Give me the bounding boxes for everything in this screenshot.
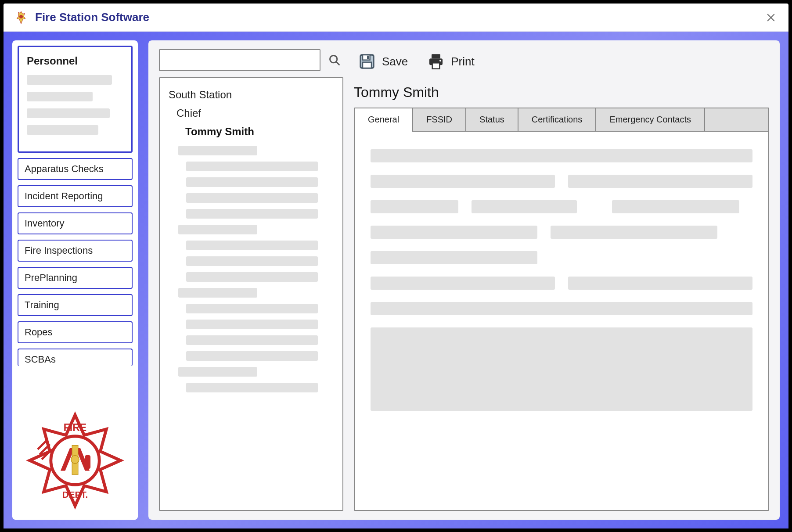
nav-item-training[interactable]: Training — [18, 294, 133, 316]
nav-item-label: PrePlanning — [25, 272, 126, 284]
tree-item[interactable] — [186, 272, 334, 282]
app-title: Fire Station Software — [35, 11, 149, 24]
tree-item[interactable] — [186, 209, 334, 219]
svg-rect-10 — [363, 62, 371, 68]
tree-person-selected[interactable]: Tommy Smith — [185, 126, 334, 138]
print-icon — [427, 53, 445, 70]
placeholder — [27, 108, 110, 118]
tree-item[interactable] — [186, 383, 334, 392]
nav-item-apparatus-checks[interactable]: Apparatus Checks — [18, 158, 133, 180]
svg-rect-8 — [363, 55, 370, 60]
nav-item-ropes[interactable]: Ropes — [18, 321, 133, 343]
field-placeholder — [371, 149, 752, 162]
save-button[interactable]: Save — [358, 53, 408, 70]
svg-point-0 — [19, 15, 23, 18]
tab-status[interactable]: Status — [466, 108, 518, 131]
search-row — [159, 49, 343, 71]
field-placeholder — [371, 200, 458, 213]
nav-item-incident-reporting[interactable]: Incident Reporting — [18, 185, 133, 207]
search-input[interactable] — [159, 49, 320, 71]
nav-item-label: Incident Reporting — [25, 191, 126, 202]
tree-item[interactable] — [186, 241, 334, 250]
nav-item-personnel[interactable]: Personnel — [18, 46, 133, 153]
nav-item-label: Inventory — [25, 218, 126, 229]
app-logo-icon — [14, 11, 28, 25]
nav-item-label: Fire Inspections — [25, 245, 126, 256]
nav-item-label: Ropes — [25, 327, 126, 338]
detail-panel: General FSSID Status Certifications Emer… — [354, 108, 769, 511]
action-bar: Save Print — [354, 49, 769, 74]
svg-point-4 — [71, 456, 79, 464]
field-placeholder — [551, 226, 717, 239]
tree-item[interactable] — [186, 162, 334, 171]
field-placeholder — [371, 175, 555, 188]
field-placeholder — [371, 226, 537, 239]
print-button[interactable]: Print — [427, 53, 474, 70]
nav-item-fire-inspections[interactable]: Fire Inspections — [18, 240, 133, 262]
print-label: Print — [451, 55, 474, 68]
tree-item[interactable] — [186, 193, 334, 203]
detail-tabs: General FSSID Status Certifications Emer… — [355, 108, 768, 132]
svg-rect-11 — [432, 54, 440, 58]
fire-dept-badge-icon: FIRE DEPT. — [25, 410, 126, 511]
tree-group[interactable] — [178, 146, 334, 155]
nav-item-inventory[interactable]: Inventory — [18, 212, 133, 234]
tab-content-general — [355, 132, 768, 510]
svg-rect-13 — [432, 63, 440, 68]
placeholder — [27, 92, 93, 101]
nav-item-label: SCBAs — [25, 354, 126, 365]
sidebar-nav: Personnel Apparatus Checks Incident Repo… — [12, 40, 138, 401]
detail-column: Save Print Tommy Smith — [354, 49, 769, 511]
svg-point-14 — [439, 60, 441, 61]
personnel-tree: South Station Chief Tommy Smith — [159, 77, 343, 511]
svg-rect-5 — [85, 456, 90, 469]
placeholder — [27, 125, 98, 135]
placeholder — [27, 75, 112, 85]
main-panel: South Station Chief Tommy Smith — [148, 40, 780, 520]
content-area: Personnel Apparatus Checks Incident Repo… — [4, 32, 788, 528]
svg-rect-9 — [367, 56, 369, 59]
tree-item[interactable] — [186, 320, 334, 329]
dept-logo-area: FIRE DEPT. — [12, 401, 138, 520]
close-button[interactable] — [764, 11, 778, 25]
tree-item[interactable] — [186, 351, 334, 361]
svg-text:FIRE: FIRE — [64, 422, 86, 433]
nav-item-scbas[interactable]: SCBAs — [18, 349, 133, 366]
tree-item[interactable] — [186, 256, 334, 266]
nav-item-label: Training — [25, 299, 126, 311]
save-label: Save — [382, 55, 408, 68]
search-icon — [328, 54, 341, 66]
field-placeholder — [568, 277, 752, 290]
close-icon — [766, 13, 776, 22]
field-placeholder — [371, 277, 555, 290]
titlebar: Fire Station Software — [4, 4, 788, 32]
field-placeholder — [568, 175, 752, 188]
tree-group[interactable] — [178, 367, 334, 377]
field-placeholder — [371, 302, 752, 315]
tree-rank[interactable]: Chief — [176, 107, 334, 119]
detail-title: Tommy Smith — [354, 84, 769, 101]
nav-item-label: Personnel — [27, 55, 123, 67]
tab-spacer — [705, 108, 768, 131]
tree-item[interactable] — [186, 304, 334, 313]
svg-text:DEPT.: DEPT. — [62, 489, 88, 500]
app-window: Fire Station Software Personnel Apparatu… — [4, 4, 788, 528]
tab-general[interactable]: General — [355, 108, 413, 131]
tab-emergency-contacts[interactable]: Emergency Contacts — [596, 108, 705, 131]
save-icon — [358, 53, 376, 70]
tab-fssid[interactable]: FSSID — [413, 108, 466, 131]
tree-item[interactable] — [186, 335, 334, 345]
field-placeholder — [371, 251, 537, 264]
nav-item-preplanning[interactable]: PrePlanning — [18, 267, 133, 289]
field-placeholder — [472, 200, 577, 213]
tree-group[interactable] — [178, 288, 334, 298]
search-button[interactable] — [326, 51, 343, 69]
tree-station[interactable]: South Station — [169, 89, 334, 101]
tree-item[interactable] — [186, 177, 334, 187]
notes-placeholder — [371, 327, 752, 411]
tab-certifications[interactable]: Certifications — [518, 108, 597, 131]
tree-group[interactable] — [178, 225, 334, 234]
field-placeholder — [612, 200, 739, 213]
tree-column: South Station Chief Tommy Smith — [159, 49, 343, 511]
nav-item-label: Apparatus Checks — [25, 163, 126, 175]
